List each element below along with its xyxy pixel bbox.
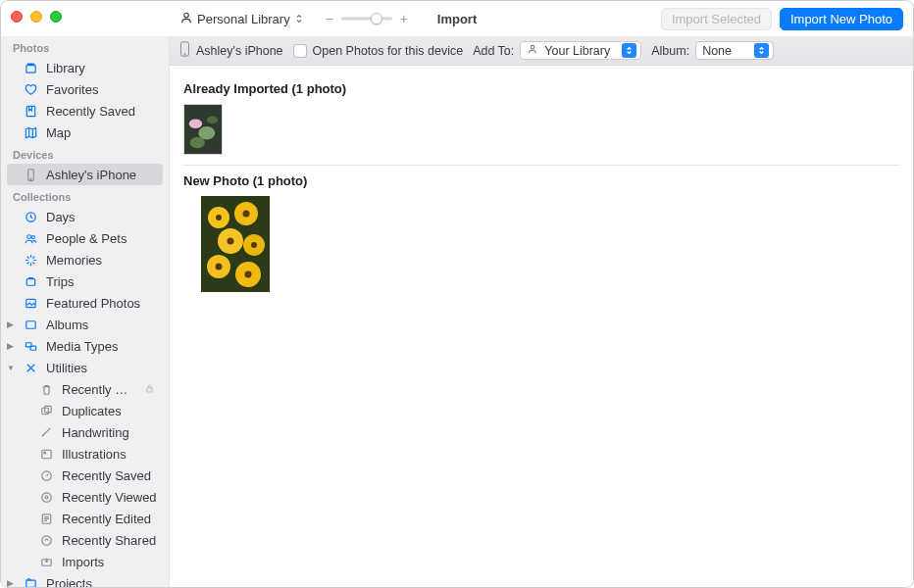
imports-icon (38, 554, 54, 569)
svg-rect-3 (26, 106, 34, 116)
albums-icon (23, 317, 38, 332)
svg-point-46 (245, 271, 252, 278)
sidebar-item-recently-saved-util[interactable]: Recently Saved (1, 465, 169, 486)
svg-rect-17 (41, 450, 50, 458)
sidebar-item-illustrations[interactable]: Illustrations (1, 443, 169, 465)
map-icon (23, 124, 38, 140)
svg-point-27 (184, 54, 185, 55)
zoom-window-button[interactable] (50, 11, 62, 23)
already-imported-header: Already Imported (1 photo) (183, 81, 899, 96)
svg-point-33 (190, 137, 205, 149)
checkbox-icon (293, 44, 307, 58)
popup-arrows-icon (622, 43, 636, 58)
sidebar-item-duplicates[interactable]: Duplicates (1, 400, 169, 421)
sidebar-item-label: Duplicates (62, 404, 159, 418)
album-popup[interactable]: None (695, 41, 774, 60)
disclosure-right-icon[interactable]: ▶ (7, 578, 14, 587)
thumbnail-zoom: − + (324, 11, 410, 26)
disclosure-down-icon[interactable]: ▼ (7, 364, 15, 372)
sidebar-item-recently-saved[interactable]: Recently Saved (1, 100, 169, 122)
new-photo-thumb[interactable] (201, 196, 270, 292)
sidebar-item-recently-viewed[interactable]: Recently Viewed (1, 486, 169, 508)
svg-rect-2 (27, 64, 34, 65)
sidebar-item-memories[interactable]: Memories (1, 249, 169, 270)
illustrations-icon (38, 446, 54, 462)
sidebar-item-utilities[interactable]: ▼ Utilities (1, 357, 169, 378)
titlebar: Personal Library − + Import Import Selec… (1, 1, 913, 36)
traffic-lights (11, 11, 62, 23)
disclosure-right-icon[interactable]: ▶ (7, 319, 14, 329)
svg-point-28 (531, 45, 534, 49)
sidebar-item-people[interactable]: People & Pets (1, 227, 169, 249)
sidebar-item-handwriting[interactable]: Handwriting (1, 421, 169, 443)
already-imported-thumb[interactable] (183, 104, 223, 155)
sidebar-item-recently-shared[interactable]: Recently Shared (1, 529, 169, 551)
sidebar-item-albums[interactable]: ▶ Albums (1, 314, 169, 335)
sidebar-item-label: Recently Deleted (62, 382, 136, 397)
svg-rect-14 (147, 387, 153, 391)
open-photos-checkbox[interactable]: Open Photos for this device (293, 44, 464, 58)
sidebar-item-recently-edited[interactable]: Recently Edited (1, 508, 169, 529)
sidebar-item-favorites[interactable]: Favorites (1, 78, 169, 100)
sidebar-item-label: Map (46, 125, 159, 140)
add-to-label: Add To: (473, 44, 514, 58)
sidebar-item-label: Featured Photos (46, 296, 159, 311)
open-photos-label: Open Photos for this device (313, 44, 464, 58)
utilities-icon (23, 360, 38, 375)
app-window: Personal Library − + Import Import Selec… (0, 0, 914, 588)
handwriting-icon (38, 424, 54, 440)
sidebar-item-projects[interactable]: ▶ Projects (1, 572, 169, 587)
recently-saved-icon (38, 467, 54, 483)
svg-point-44 (216, 264, 223, 270)
sidebar-item-label: Handwriting (62, 425, 159, 440)
sidebar-item-label: Illustrations (62, 447, 159, 462)
sidebar-item-days[interactable]: Days (1, 206, 169, 227)
sidebar-item-library[interactable]: Library (1, 57, 169, 78)
recently-viewed-icon (38, 489, 54, 505)
sidebar-item-trips[interactable]: Trips (1, 270, 169, 292)
import-selected-button: Import Selected (661, 8, 772, 30)
svg-rect-1 (25, 65, 34, 73)
recently-shared-icon (38, 532, 54, 548)
import-options-bar: Ashley's iPhone Open Photos for this dev… (170, 36, 913, 66)
disclosure-right-icon[interactable]: ▶ (7, 341, 14, 351)
sidebar-item-label: Recently Saved (46, 104, 159, 119)
library-picker[interactable]: Personal Library (176, 9, 308, 29)
trips-icon (23, 273, 38, 289)
add-to-popup[interactable]: Your Library (520, 41, 641, 60)
close-window-button[interactable] (11, 11, 23, 23)
recently-edited-icon (38, 511, 54, 526)
new-photo-header: New Photo (1 photo) (183, 173, 899, 188)
zoom-out-button[interactable]: − (324, 11, 335, 26)
zoom-slider[interactable] (341, 12, 392, 25)
sidebar-item-label: Recently Viewed (62, 490, 159, 505)
sidebar-item-imports[interactable]: Imports (1, 551, 169, 572)
sidebar-item-map[interactable]: Map (1, 122, 169, 143)
add-to-field: Add To: Your Library (473, 41, 641, 60)
bookmark-icon (23, 103, 38, 119)
import-scroll-area[interactable]: Already Imported (1 photo) New Photo (1 … (170, 66, 913, 587)
zoom-in-button[interactable]: + (398, 11, 410, 26)
calendar-icon (23, 209, 38, 224)
sidebar-item-label: Library (46, 61, 159, 75)
svg-point-7 (26, 234, 30, 238)
up-down-chevron-icon (294, 12, 304, 26)
import-device-name: Ashley's iPhone (196, 44, 283, 58)
iphone-icon (23, 167, 38, 182)
svg-rect-25 (25, 580, 34, 587)
sidebar-item-featured[interactable]: Featured Photos (1, 292, 169, 314)
sidebar-group-collections: Collections (1, 185, 169, 206)
sidebar-item-label: Imports (62, 555, 159, 569)
minimize-window-button[interactable] (30, 11, 42, 23)
sidebar-item-media-types[interactable]: ▶ Media Types (1, 335, 169, 357)
import-new-photo-button[interactable]: Import New Photo (780, 8, 903, 30)
sidebar-item-recently-deleted[interactable]: Recently Deleted (1, 378, 169, 400)
sidebar-item-iphone[interactable]: Ashley's iPhone (7, 164, 163, 185)
album-field: Album: None (651, 41, 774, 60)
sidebar-group-photos: Photos (1, 36, 169, 57)
people-icon (23, 230, 38, 246)
sidebar-item-label: Ashley's iPhone (46, 168, 153, 182)
heart-icon (23, 81, 38, 97)
content: Ashley's iPhone Open Photos for this dev… (170, 36, 913, 587)
trash-icon (38, 381, 54, 397)
